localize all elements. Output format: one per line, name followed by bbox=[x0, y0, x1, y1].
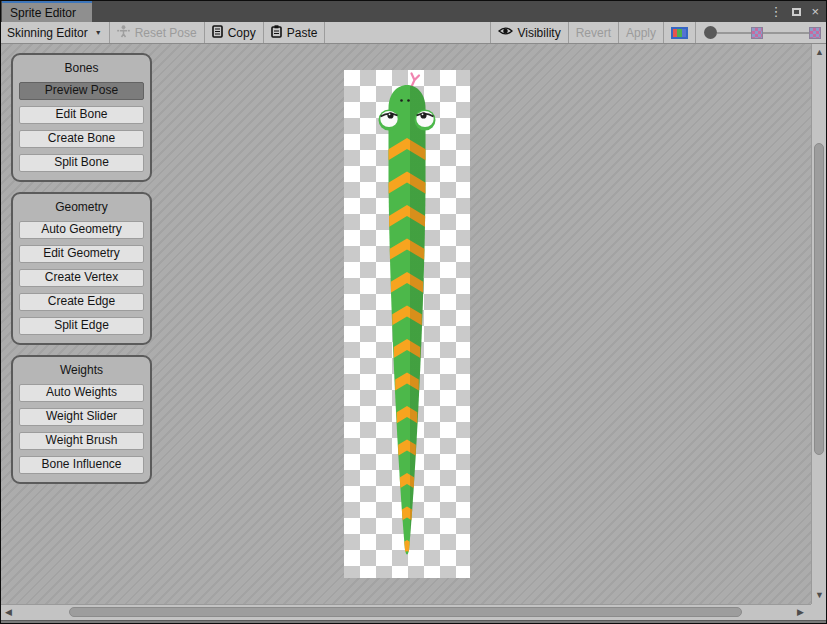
main-area: Bones Preview Pose Edit Bone Create Bone… bbox=[1, 44, 826, 620]
visibility-label: Visibility bbox=[518, 26, 561, 40]
snake-nostril-right bbox=[407, 99, 410, 102]
copy-icon bbox=[212, 25, 223, 41]
apply-button[interactable]: Apply bbox=[619, 22, 663, 43]
weights-panel-title: Weights bbox=[13, 362, 150, 378]
mip-checker-icon bbox=[751, 27, 763, 39]
split-edge-button[interactable]: Split Edge bbox=[19, 317, 144, 335]
geometry-panel: Geometry Auto Geometry Edit Geometry Cre… bbox=[11, 192, 152, 345]
rgb-swatch-icon bbox=[671, 27, 688, 39]
reset-pose-label: Reset Pose bbox=[135, 26, 197, 40]
copy-button[interactable]: Copy bbox=[205, 22, 263, 43]
visibility-button[interactable]: Visibility bbox=[491, 22, 568, 43]
skinning-editor-label: Skinning Editor bbox=[7, 26, 88, 40]
auto-geometry-button[interactable]: Auto Geometry bbox=[19, 221, 144, 239]
rgb-toggle-button[interactable] bbox=[664, 22, 695, 43]
snake-shading bbox=[389, 85, 426, 555]
bone-influence-button[interactable]: Bone Influence bbox=[19, 456, 144, 474]
sprite-canvas[interactable] bbox=[344, 70, 470, 578]
horizontal-scrollbar-thumb[interactable] bbox=[69, 607, 742, 617]
vertical-scrollbar-thumb[interactable] bbox=[814, 143, 824, 455]
chevron-down-icon: ▼ bbox=[95, 29, 102, 36]
maximize-icon[interactable] bbox=[792, 5, 801, 18]
revert-label: Revert bbox=[576, 26, 611, 40]
toolbar: Skinning Editor ▼ Reset Pose bbox=[1, 22, 826, 44]
sprite-editor-window: Sprite Editor ⋮ × Skinning Editor ▼ Rese… bbox=[0, 0, 827, 624]
eye-icon bbox=[498, 25, 513, 40]
window-controls: ⋮ × bbox=[769, 1, 819, 22]
scroll-up-icon[interactable]: ▲ bbox=[815, 48, 824, 57]
snake-glint-left bbox=[389, 113, 391, 115]
vertical-scrollbar[interactable]: ▲ ▼ bbox=[811, 44, 826, 604]
snake-sprite bbox=[344, 70, 470, 578]
menu-icon[interactable]: ⋮ bbox=[769, 5, 782, 18]
create-vertex-button[interactable]: Create Vertex bbox=[19, 269, 144, 287]
horizontal-scrollbar[interactable]: ◀ ▶ bbox=[1, 604, 811, 620]
close-icon[interactable]: × bbox=[811, 5, 819, 18]
tab-sprite-editor[interactable]: Sprite Editor bbox=[2, 1, 92, 22]
edit-bone-button[interactable]: Edit Bone bbox=[19, 106, 144, 124]
copy-label: Copy bbox=[228, 26, 256, 40]
weights-panel: Weights Auto Weights Weight Slider Weigh… bbox=[11, 355, 152, 484]
apply-label: Apply bbox=[626, 26, 656, 40]
weight-brush-button[interactable]: Weight Brush bbox=[19, 432, 144, 450]
bottom-strip bbox=[1, 620, 826, 623]
paste-label: Paste bbox=[287, 26, 318, 40]
auto-weights-button[interactable]: Auto Weights bbox=[19, 384, 144, 402]
bones-panel: Bones Preview Pose Edit Bone Create Bone… bbox=[11, 53, 152, 182]
paste-icon bbox=[271, 25, 282, 41]
alpha-mip-slider[interactable] bbox=[696, 26, 823, 39]
paste-button[interactable]: Paste bbox=[264, 22, 325, 43]
preview-pose-button[interactable]: Preview Pose bbox=[19, 82, 144, 100]
slider-track[interactable] bbox=[763, 32, 809, 34]
revert-button[interactable]: Revert bbox=[569, 22, 618, 43]
geometry-panel-title: Geometry bbox=[13, 199, 150, 215]
create-bone-button[interactable]: Create Bone bbox=[19, 130, 144, 148]
create-edge-button[interactable]: Create Edge bbox=[19, 293, 144, 311]
edit-geometry-button[interactable]: Edit Geometry bbox=[19, 245, 144, 263]
weight-slider-button[interactable]: Weight Slider bbox=[19, 408, 144, 426]
scroll-down-icon[interactable]: ▼ bbox=[815, 591, 824, 600]
snake-glint-right bbox=[422, 113, 424, 115]
slider-track[interactable] bbox=[717, 32, 751, 34]
scroll-right-icon[interactable]: ▶ bbox=[797, 608, 804, 617]
snake-pupil-right bbox=[420, 112, 426, 118]
bones-panel-title: Bones bbox=[13, 60, 150, 76]
skinning-editor-dropdown[interactable]: Skinning Editor ▼ bbox=[4, 22, 109, 43]
reset-pose-button[interactable]: Reset Pose bbox=[110, 22, 204, 43]
snake-nostril-left bbox=[400, 99, 403, 102]
toolbar-separator bbox=[324, 22, 325, 43]
scroll-left-icon[interactable]: ◀ bbox=[5, 608, 12, 617]
split-bone-button[interactable]: Split Bone bbox=[19, 154, 144, 172]
mip-checker-icon bbox=[809, 27, 821, 39]
reset-pose-icon bbox=[117, 25, 130, 41]
tab-title: Sprite Editor bbox=[10, 6, 76, 20]
titlebar: Sprite Editor ⋮ × bbox=[1, 1, 826, 22]
scrollbar-corner bbox=[811, 604, 826, 620]
slider-knob[interactable] bbox=[704, 26, 717, 39]
snake-pupil-left bbox=[387, 112, 393, 118]
